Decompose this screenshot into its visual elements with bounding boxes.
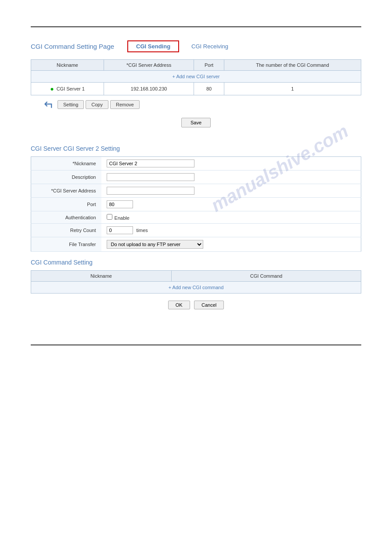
- server-nickname: CGI Server 1: [57, 86, 85, 91]
- description-label: Description: [31, 170, 101, 184]
- retry-row: Retry Count times: [31, 224, 361, 237]
- save-button[interactable]: Save: [181, 118, 211, 127]
- ok-button[interactable]: OK: [168, 301, 190, 309]
- nickname-label: *Nickname: [31, 157, 101, 170]
- add-cmd-label[interactable]: + Add new CGI command: [31, 282, 361, 294]
- server-form-table: *Nickname Description *CGI Server Addres…: [31, 156, 361, 252]
- port-input[interactable]: [107, 200, 133, 208]
- col-address: *CGI Server Address: [104, 60, 194, 71]
- section2-title: CGI Server CGI Server 2 Setting: [31, 145, 361, 152]
- description-input[interactable]: [107, 173, 194, 181]
- server-table: Nickname *CGI Server Address Port The nu…: [31, 59, 361, 95]
- retry-input[interactable]: [107, 226, 133, 234]
- arrow-icon: ↵: [44, 97, 54, 112]
- col-nickname: Nickname: [31, 60, 104, 71]
- authentication-checkbox[interactable]: [107, 214, 112, 220]
- setting-button[interactable]: Setting: [58, 100, 84, 109]
- filetransfer-label: File Transfer: [31, 237, 101, 252]
- cmd-col-command: CGI Command: [172, 271, 361, 282]
- add-server-row[interactable]: + Add new CGI server: [31, 71, 361, 83]
- cgi-command-table: Nickname CGI Command + Add new CGI comma…: [31, 270, 361, 294]
- remove-button[interactable]: Remove: [110, 100, 140, 109]
- save-row: Save: [31, 118, 361, 127]
- server-port: 80: [194, 83, 224, 95]
- cmd-col-nickname: Nickname: [31, 271, 172, 282]
- cancel-button[interactable]: Cancel: [194, 301, 224, 309]
- copy-button[interactable]: Copy: [86, 100, 108, 109]
- ok-cancel-row: OK Cancel: [31, 301, 361, 309]
- cgi-command-section-title: CGI Command Setting: [31, 259, 361, 266]
- description-row: Description: [31, 170, 361, 184]
- action-buttons-row: ↵ Setting Copy Remove: [31, 97, 361, 112]
- port-row: Port: [31, 198, 361, 211]
- address-label: *CGI Server Address: [31, 184, 101, 198]
- add-server-label[interactable]: + Add new CGI server: [31, 71, 361, 83]
- section2: CGI Server CGI Server 2 Setting *Nicknam…: [31, 145, 361, 309]
- authentication-row: Authentication Enable: [31, 211, 361, 224]
- col-port: Port: [194, 60, 224, 71]
- authentication-label: Authentication: [31, 211, 101, 224]
- tab-cgi-receiving[interactable]: CGI Receiving: [188, 41, 232, 51]
- page-title: CGI Command Setting Page: [31, 43, 114, 50]
- authentication-checkbox-label: Enable: [115, 215, 129, 221]
- table-row: ● CGI Server 1 192.168.100.230 80 1: [31, 83, 361, 95]
- nickname-row: *Nickname: [31, 157, 361, 170]
- col-count: The number of the CGI Command: [224, 60, 361, 71]
- nickname-input[interactable]: [107, 160, 194, 167]
- server-count: 1: [224, 83, 361, 95]
- radio-icon[interactable]: ●: [50, 85, 54, 92]
- filetransfer-row: File Transfer Do not upload to any FTP s…: [31, 237, 361, 252]
- add-cmd-row[interactable]: + Add new CGI command: [31, 282, 361, 294]
- filetransfer-select[interactable]: Do not upload to any FTP server: [107, 240, 203, 249]
- server-address: 192.168.100.230: [104, 83, 194, 95]
- address-row: *CGI Server Address: [31, 184, 361, 198]
- tab-cgi-sending[interactable]: CGI Sending: [127, 40, 179, 52]
- header-row: CGI Command Setting Page CGI Sending CGI…: [31, 40, 361, 52]
- port-label: Port: [31, 198, 101, 211]
- retry-suffix: times: [137, 228, 148, 233]
- retry-label: Retry Count: [31, 224, 101, 237]
- address-input[interactable]: [107, 187, 194, 195]
